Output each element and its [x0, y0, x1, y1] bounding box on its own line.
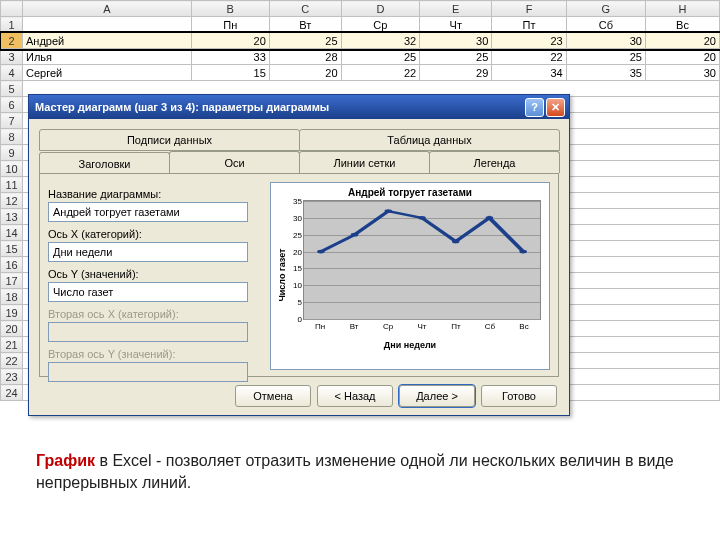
cell[interactable]: 25	[269, 33, 341, 49]
row-header[interactable]: 8	[1, 129, 23, 145]
row-header[interactable]: 11	[1, 177, 23, 193]
col-header[interactable]: E	[420, 1, 492, 17]
table-row: 1 Пн Вт Ср Чт Пт Сб Вс	[1, 17, 720, 33]
row-header[interactable]: 7	[1, 113, 23, 129]
cell[interactable]: 25	[566, 49, 645, 65]
row-header[interactable]: 15	[1, 241, 23, 257]
cell[interactable]: 22	[492, 49, 566, 65]
y2-axis-input	[48, 362, 248, 382]
tab-titles[interactable]: Заголовки	[39, 152, 170, 175]
cell[interactable]: Илья	[23, 49, 192, 65]
cell[interactable]: 30	[566, 33, 645, 49]
svg-point-4	[452, 240, 460, 244]
caption-text: График в Excel - позволяет отразить изме…	[36, 450, 700, 493]
cell[interactable]: 35	[566, 65, 645, 81]
finish-button[interactable]: Готово	[481, 385, 557, 407]
cell[interactable]: Андрей	[23, 33, 192, 49]
row-header[interactable]: 3	[1, 49, 23, 65]
cell[interactable]: 20	[645, 33, 719, 49]
cell[interactable]: 34	[492, 65, 566, 81]
y-axis-input[interactable]	[48, 282, 248, 302]
row-header[interactable]: 17	[1, 273, 23, 289]
cell[interactable]: 28	[269, 49, 341, 65]
row-header[interactable]: 22	[1, 353, 23, 369]
table-row: 4 Сергей 15 20 22 29 34 35 30	[1, 65, 720, 81]
cell[interactable]: 25	[420, 49, 492, 65]
svg-point-2	[385, 209, 393, 213]
cell[interactable]: 15	[191, 65, 269, 81]
row-header[interactable]: 19	[1, 305, 23, 321]
chart-title-label: Название диаграммы:	[48, 188, 258, 200]
tab-legend[interactable]: Легенда	[429, 151, 560, 173]
cell[interactable]: 30	[645, 65, 719, 81]
next-button[interactable]: Далее >	[399, 385, 475, 407]
cell[interactable]: 22	[341, 65, 420, 81]
cell[interactable]: Пт	[492, 17, 566, 33]
x-axis-input[interactable]	[48, 242, 248, 262]
cell[interactable]: Чт	[420, 17, 492, 33]
cancel-button[interactable]: Отмена	[235, 385, 311, 407]
col-header[interactable]: C	[269, 1, 341, 17]
cell[interactable]: 23	[492, 33, 566, 49]
tab-panel: Название диаграммы: Ось X (категорий): О…	[39, 173, 559, 377]
tab-axes[interactable]: Оси	[169, 151, 300, 173]
cell[interactable]: 29	[420, 65, 492, 81]
row-header[interactable]: 1	[1, 17, 23, 33]
titlebar[interactable]: Мастер диаграмм (шаг 3 из 4): параметры …	[29, 95, 569, 119]
row-header[interactable]: 5	[1, 81, 23, 97]
cell[interactable]: Сб	[566, 17, 645, 33]
close-button[interactable]: ✕	[546, 98, 565, 117]
y2-axis-label: Вторая ось Y (значений):	[48, 348, 258, 360]
cell[interactable]: Сергей	[23, 65, 192, 81]
cell[interactable]: Вт	[269, 17, 341, 33]
cell[interactable]: 32	[341, 33, 420, 49]
cell[interactable]: 20	[645, 49, 719, 65]
corner-cell[interactable]	[1, 1, 23, 17]
row-header[interactable]: 13	[1, 209, 23, 225]
row-header[interactable]: 6	[1, 97, 23, 113]
cell[interactable]: 20	[191, 33, 269, 49]
close-icon: ✕	[551, 101, 560, 114]
chart-title-input[interactable]	[48, 202, 248, 222]
cell[interactable]: 25	[341, 49, 420, 65]
preview-title: Андрей тогрует газетами	[275, 187, 545, 198]
cell[interactable]	[23, 17, 192, 33]
tab-data-labels[interactable]: Подписи данных	[39, 129, 300, 151]
svg-point-6	[519, 250, 527, 254]
chart-wizard-dialog: Мастер диаграмм (шаг 3 из 4): параметры …	[28, 94, 570, 416]
row-header[interactable]: 9	[1, 145, 23, 161]
cell[interactable]: Пн	[191, 17, 269, 33]
x2-axis-input	[48, 322, 248, 342]
row-header[interactable]: 21	[1, 337, 23, 353]
cell[interactable]: Ср	[341, 17, 420, 33]
col-header[interactable]: B	[191, 1, 269, 17]
row-header[interactable]: 20	[1, 321, 23, 337]
tab-data-table[interactable]: Таблица данных	[299, 129, 560, 151]
help-button[interactable]: ?	[525, 98, 544, 117]
row-header[interactable]: 14	[1, 225, 23, 241]
row-header[interactable]: 4	[1, 65, 23, 81]
row-header[interactable]: 10	[1, 161, 23, 177]
cell[interactable]: 20	[269, 65, 341, 81]
back-button[interactable]: < Назад	[317, 385, 393, 407]
x-axis-label: Ось X (категорий):	[48, 228, 258, 240]
row-header[interactable]: 12	[1, 193, 23, 209]
cell[interactable]: Вс	[645, 17, 719, 33]
col-header[interactable]: F	[492, 1, 566, 17]
col-header[interactable]: D	[341, 1, 420, 17]
row-header[interactable]: 23	[1, 369, 23, 385]
svg-point-3	[418, 216, 426, 220]
row-header[interactable]: 16	[1, 257, 23, 273]
cell[interactable]: 30	[420, 33, 492, 49]
tab-gridlines[interactable]: Линии сетки	[299, 151, 430, 173]
row-header[interactable]: 2	[1, 33, 23, 49]
tabstrip: Подписи данных Таблица данных Заголовки …	[39, 129, 559, 173]
col-header[interactable]: G	[566, 1, 645, 17]
cell[interactable]: 33	[191, 49, 269, 65]
col-header[interactable]: H	[645, 1, 719, 17]
row-header[interactable]: 18	[1, 289, 23, 305]
row-header[interactable]: 24	[1, 385, 23, 401]
svg-point-5	[486, 216, 494, 220]
col-header[interactable]: A	[23, 1, 192, 17]
y-axis-label: Ось Y (значений):	[48, 268, 258, 280]
